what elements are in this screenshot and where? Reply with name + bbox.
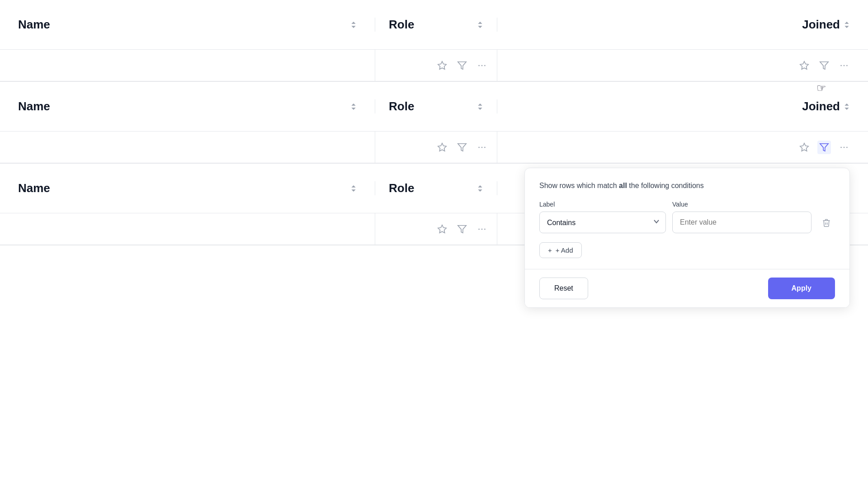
- svg-marker-20: [438, 225, 446, 232]
- col-name-sort-3[interactable]: [350, 185, 357, 192]
- svg-point-23: [481, 228, 483, 230]
- svg-point-14: [484, 146, 486, 148]
- col-name-label-2: Name: [18, 99, 50, 113]
- col-joined-header-2: Joined: [497, 99, 868, 113]
- col-role-header-1: Role: [375, 18, 497, 32]
- col-role-label-2: Role: [389, 99, 414, 113]
- joined-star-btn-1[interactable]: [797, 59, 811, 72]
- role-filter-btn-1[interactable]: [455, 59, 469, 72]
- svg-point-8: [844, 65, 845, 66]
- svg-point-7: [840, 65, 842, 66]
- filter-popup-footer: Reset Apply: [525, 269, 849, 307]
- svg-marker-21: [458, 225, 466, 233]
- svg-marker-6: [820, 61, 828, 69]
- svg-point-24: [484, 228, 486, 230]
- col-role-header-3: Role: [375, 181, 497, 195]
- svg-point-19: [846, 146, 848, 148]
- filter-condition-select[interactable]: Contains Equals Starts with Ends with: [539, 212, 666, 233]
- col-role-sort-1[interactable]: [477, 22, 483, 28]
- action-col-name-2: [0, 132, 375, 163]
- table-header-row-1: Name Role Joined: [0, 0, 868, 50]
- col-role-sort-2[interactable]: [477, 104, 483, 110]
- table-section-1: Name Role Joined: [0, 0, 868, 82]
- svg-marker-11: [458, 143, 466, 151]
- svg-point-4: [484, 65, 486, 66]
- action-col-role-3: [375, 213, 497, 245]
- filter-description: Show rows which match all the following …: [539, 182, 835, 190]
- filter-value-col: Value: [672, 201, 811, 233]
- col-joined-label-1: Joined: [802, 18, 840, 32]
- action-col-joined-2: Show rows which match all the following …: [497, 132, 868, 163]
- col-name-header-2: Name: [0, 99, 375, 113]
- role-more-btn-3[interactable]: [475, 222, 489, 236]
- svg-point-12: [478, 146, 480, 148]
- filter-select-wrapper: Contains Equals Starts with Ends with: [539, 212, 666, 233]
- svg-point-17: [840, 146, 842, 148]
- svg-point-9: [846, 65, 848, 66]
- joined-filter-btn-1[interactable]: [817, 59, 831, 72]
- svg-point-22: [478, 228, 480, 230]
- role-more-btn-2[interactable]: [475, 141, 489, 154]
- label-field-label: Label: [539, 201, 666, 208]
- action-col-role-2: [375, 132, 497, 163]
- svg-point-2: [478, 65, 480, 66]
- filter-value-input[interactable]: [672, 212, 811, 233]
- add-label: + Add: [556, 246, 573, 254]
- value-field-label: Value: [672, 201, 811, 208]
- role-star-btn-2[interactable]: [435, 141, 449, 154]
- apply-button[interactable]: Apply: [768, 278, 835, 299]
- svg-marker-5: [800, 61, 808, 69]
- delete-condition-button[interactable]: [818, 214, 835, 231]
- reset-button[interactable]: Reset: [539, 278, 588, 299]
- action-row-2: Show rows which match all the following …: [0, 132, 868, 163]
- col-name-sort-1[interactable]: [350, 22, 357, 28]
- joined-filter-btn-2[interactable]: [817, 141, 831, 154]
- joined-more-btn-2[interactable]: [837, 141, 851, 154]
- col-joined-sort-2[interactable]: [844, 104, 850, 110]
- filter-popup-body: Show rows which match all the following …: [525, 168, 849, 269]
- col-joined-label-2: Joined: [802, 99, 840, 113]
- svg-marker-1: [458, 61, 466, 69]
- table-header-row-2: Name Role Joined: [0, 82, 868, 132]
- svg-marker-16: [820, 143, 828, 151]
- filter-popup: Show rows which match all the following …: [524, 168, 850, 308]
- add-icon: +: [548, 246, 552, 254]
- action-col-joined-1: ☞: [497, 50, 868, 81]
- col-role-label-3: Role: [389, 181, 414, 195]
- svg-point-18: [844, 146, 845, 148]
- joined-more-btn-1[interactable]: [837, 59, 851, 72]
- col-name-header-1: Name: [0, 18, 375, 32]
- action-col-name-3: [0, 213, 375, 245]
- svg-marker-10: [438, 143, 446, 151]
- role-filter-btn-3[interactable]: [455, 222, 469, 236]
- col-name-sort-2[interactable]: [350, 104, 357, 110]
- col-joined-sort-1[interactable]: [844, 22, 850, 28]
- col-joined-header-1: Joined: [497, 18, 868, 32]
- svg-point-3: [481, 65, 483, 66]
- col-role-header-2: Role: [375, 99, 497, 113]
- col-role-label-1: Role: [389, 18, 414, 32]
- svg-marker-15: [800, 143, 808, 151]
- table-section-2: Name Role Joined: [0, 82, 868, 164]
- role-star-btn-1[interactable]: [435, 59, 449, 72]
- col-name-header-3: Name: [0, 181, 375, 195]
- col-name-label-1: Name: [18, 18, 50, 32]
- role-filter-btn-2[interactable]: [455, 141, 469, 154]
- role-more-btn-1[interactable]: [475, 59, 489, 72]
- add-condition-button[interactable]: + + Add: [539, 242, 582, 258]
- svg-marker-0: [438, 61, 446, 69]
- action-row-1: ☞: [0, 50, 868, 81]
- action-col-role-1: [375, 50, 497, 81]
- col-role-sort-3[interactable]: [477, 185, 483, 192]
- col-name-label-3: Name: [18, 181, 50, 195]
- filter-condition-row: Label Contains Equals Starts with Ends w…: [539, 201, 835, 233]
- joined-star-btn-2[interactable]: [797, 141, 811, 154]
- filter-label-col: Label Contains Equals Starts with Ends w…: [539, 201, 666, 233]
- role-star-btn-3[interactable]: [435, 222, 449, 236]
- action-col-name-1: [0, 50, 375, 81]
- svg-point-13: [481, 146, 483, 148]
